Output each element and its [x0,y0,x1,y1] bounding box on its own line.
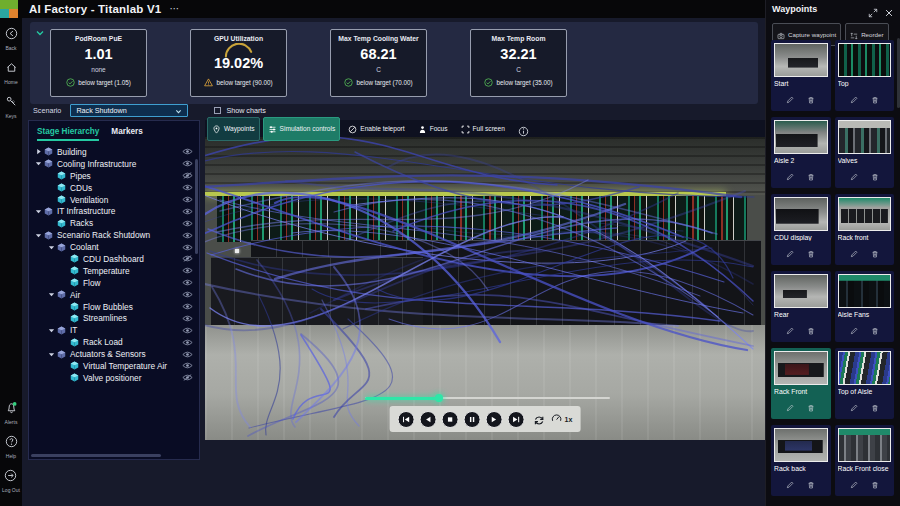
trash-icon[interactable] [871,321,879,339]
toolbar-button-full-screen[interactable]: Full screen [456,117,510,141]
rail-item-help[interactable]: Help [5,434,18,459]
tree-row[interactable]: Streamlines [29,312,199,324]
trash-icon[interactable] [807,398,815,416]
timeline-handle[interactable] [435,394,443,402]
waypoint-card[interactable]: Rack Front close [835,425,895,496]
tree-expand-arrow-icon[interactable] [35,160,44,167]
rail-item-logout[interactable]: Log Out [2,468,20,493]
visibility-eye-icon[interactable] [182,314,194,322]
pencil-icon[interactable] [786,398,794,416]
visibility-eye-icon[interactable] [182,326,194,334]
trash-icon[interactable] [807,244,815,262]
tree-row[interactable]: Flow [29,277,199,289]
visibility-eye-icon[interactable] [182,338,194,346]
tree-row[interactable]: CDU Dashboard [29,253,199,265]
pencil-icon[interactable] [786,244,794,262]
tab-markers[interactable]: Markers [111,127,142,141]
waypoint-card[interactable]: Aisle 2 [771,117,831,188]
tree-expand-arrow-icon[interactable] [48,291,57,298]
trash-icon[interactable] [871,475,879,493]
close-icon[interactable] [884,4,894,14]
visibility-eye-icon[interactable] [182,219,194,227]
pencil-icon[interactable] [850,90,858,108]
pencil-icon[interactable] [850,244,858,262]
info-icon[interactable] [518,123,529,134]
visibility-off-eye-icon[interactable] [182,172,194,180]
tree-row[interactable]: Scenario Rack Shutdown [29,229,199,241]
visibility-eye-icon[interactable] [182,148,194,156]
tree-row[interactable]: IT Infrastructure [29,205,199,217]
playback-step-back-button[interactable] [420,411,437,428]
tree-row[interactable]: Temperature [29,265,199,277]
tab-stage-hierarchy[interactable]: Stage Hierarchy [37,127,99,141]
pencil-icon[interactable] [850,321,858,339]
title-overflow-menu-icon[interactable]: ⋯ [169,4,179,14]
trash-icon[interactable] [807,475,815,493]
rail-item-keys[interactable]: Keys [5,94,18,119]
playback-pause-button[interactable] [464,411,481,428]
visibility-off-eye-icon[interactable] [182,255,194,263]
visibility-eye-icon[interactable] [182,362,194,370]
popout-icon[interactable] [868,4,878,14]
tree-expand-arrow-icon[interactable] [48,244,57,251]
tree-expand-arrow-icon[interactable] [35,232,44,239]
tree-row[interactable]: Flow Bubbles [29,301,199,313]
tree-row[interactable]: Cooling Infrastructure [29,158,199,170]
trash-icon[interactable] [871,244,879,262]
toolbar-button-focus[interactable]: Focus [413,117,453,141]
waypoint-card[interactable]: Start [771,40,831,111]
visibility-eye-icon[interactable] [182,291,194,299]
trash-icon[interactable] [871,398,879,416]
tree-row[interactable]: Pipes [29,170,199,182]
visibility-eye-icon[interactable] [182,279,194,287]
rail-item-back[interactable]: Back [5,26,18,51]
pencil-icon[interactable] [850,167,858,185]
tree-row[interactable]: Coolant [29,241,199,253]
tree-collapse-arrow-icon[interactable] [35,148,44,155]
tree-horizontal-scrollbar[interactable] [31,454,161,457]
visibility-off-eye-icon[interactable] [182,374,194,382]
tree-row[interactable]: Valve positioner [29,372,199,384]
playback-skip-end-button[interactable] [508,411,525,428]
waypoint-card[interactable]: Top [835,40,895,111]
waypoint-card[interactable]: Rack Front [771,348,831,419]
trash-icon[interactable] [871,90,879,108]
rail-item-home[interactable]: Home [4,60,17,85]
tree-expand-arrow-icon[interactable] [48,351,57,358]
trash-icon[interactable] [807,321,815,339]
toolbar-button-waypoints[interactable]: Waypoints [207,117,260,141]
playback-step-forward-button[interactable] [486,411,503,428]
visibility-eye-icon[interactable] [182,160,194,168]
timeline-slider[interactable] [365,394,610,402]
visibility-eye-icon[interactable] [182,231,194,239]
tree-row[interactable]: CDUs [29,182,199,194]
pencil-icon[interactable] [786,321,794,339]
waypoint-card[interactable]: Rack front [835,194,895,265]
playback-skip-start-button[interactable] [398,411,415,428]
visibility-eye-icon[interactable] [182,207,194,215]
visibility-eye-icon[interactable] [182,267,194,275]
trash-icon[interactable] [807,90,815,108]
show-charts-checkbox[interactable]: Show charts [214,106,266,115]
visibility-eye-icon[interactable] [182,184,194,192]
rail-item-alerts[interactable]: Alerts [5,400,18,425]
tree-expand-arrow-icon[interactable] [48,327,57,334]
tree-expand-arrow-icon[interactable] [35,208,44,215]
trash-icon[interactable] [807,167,815,185]
toolbar-button-simulation-controls[interactable]: Simulation controls [263,117,341,141]
visibility-eye-icon[interactable] [182,350,194,358]
playback-speed-control[interactable]: 1x [551,410,573,428]
waypoint-card[interactable]: CDU display [771,194,831,265]
pencil-icon[interactable] [850,398,858,416]
tree-row[interactable]: Virtual Temperature Air [29,360,199,372]
kpi-collapse-chevron-icon[interactable] [35,24,45,34]
waypoint-card[interactable]: Valves [835,117,895,188]
waypoint-card[interactable]: Rack back [771,425,831,496]
tree-row[interactable]: Ventilation [29,194,199,206]
scenario-dropdown[interactable]: Rack Shutdown [70,104,188,117]
visibility-eye-icon[interactable] [182,243,194,251]
waypoint-card[interactable]: Aisle Fans [835,271,895,342]
tree-row[interactable]: Racks [29,217,199,229]
visibility-eye-icon[interactable] [182,303,194,311]
waypoint-card[interactable]: Rear [771,271,831,342]
